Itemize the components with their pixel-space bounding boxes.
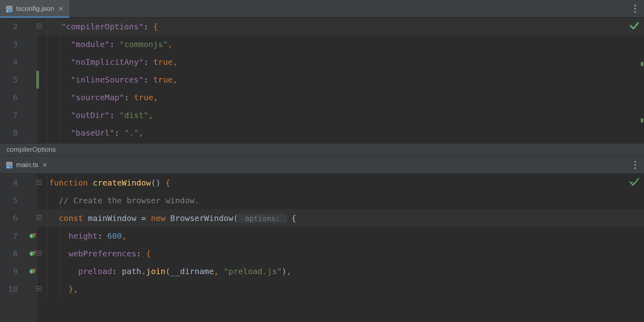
code-content[interactable]: "sourceMap": true, [37, 93, 158, 102]
code-content[interactable]: preload: path.join(__dirname, "preload.j… [37, 266, 291, 276]
vcs-change-stripe[interactable] [36, 71, 39, 89]
svg-point-13 [634, 167, 636, 169]
editor-top-pane[interactable]: 2"compilerOptions": {3 "module": "common… [0, 18, 644, 143]
code-content[interactable]: "module": "commonjs", [37, 39, 173, 49]
svg-text:I: I [31, 252, 32, 256]
editor-bottom-pane[interactable]: 4function createWindow() {5 // Create th… [0, 174, 644, 322]
code-line[interactable]: 3 "module": "commonjs", [0, 35, 644, 53]
svg-text:{}: {} [6, 10, 8, 12]
code-content[interactable]: "noImplicitAny": true, [37, 57, 178, 67]
code-content[interactable]: "outDir": "dist", [37, 110, 153, 120]
line-number: 5 [0, 75, 20, 85]
fold-toggle-icon[interactable] [36, 24, 42, 29]
line-number: 2 [0, 22, 20, 31]
close-icon[interactable]: ✕ [42, 161, 47, 169]
close-icon[interactable]: ✕ [58, 5, 64, 12]
inspection-ok-outline-icon[interactable] [629, 176, 640, 190]
code-line[interactable]: 7 "outDir": "dist", [0, 106, 644, 124]
code-line[interactable]: 2"compilerOptions": { [0, 18, 644, 35]
ts-file-icon: TS [6, 161, 13, 169]
line-number: 4 [0, 178, 20, 188]
tab-filename: tsconfig.json [16, 5, 54, 13]
implements-icon[interactable]: I [29, 232, 37, 240]
code-line[interactable]: 10 }, [0, 280, 644, 298]
code-line[interactable]: 5 "inlineSources": true, [0, 71, 644, 89]
svg-point-11 [634, 161, 636, 163]
tabbar-top: {} tsconfig.json ✕ [0, 0, 644, 18]
fold-end-icon[interactable] [36, 286, 42, 292]
svg-point-4 [634, 8, 636, 10]
code-content[interactable]: "compilerOptions": { [37, 22, 158, 31]
code-content[interactable]: height: 600, [37, 231, 127, 241]
code-line[interactable]: 5 // Create the browser window. [0, 192, 644, 209]
tab-main-ts[interactable]: TS main.ts ✕ [0, 156, 53, 173]
svg-text:I: I [31, 270, 32, 274]
code-line[interactable]: 4function createWindow() { [0, 174, 644, 192]
code-line[interactable]: 8I webPreferences: { [0, 245, 644, 262]
svg-point-3 [634, 5, 636, 6]
tab-tsconfig[interactable]: {} tsconfig.json ✕ [0, 0, 69, 17]
tab-filename: main.ts [16, 161, 38, 169]
inspection-ok-icon[interactable] [629, 20, 640, 33]
code-line[interactable]: 6 const mainWindow = new BrowserWindow( … [0, 209, 644, 227]
code-line[interactable]: 9I preload: path.join(__dirname, "preloa… [0, 262, 644, 280]
breadcrumb-item[interactable]: compilerOptions [6, 146, 56, 154]
code-content[interactable]: }, [37, 284, 78, 294]
gutter-markers: I [20, 232, 37, 240]
code-content[interactable]: // Create the browser window. [37, 196, 199, 205]
tab-more-button[interactable] [626, 0, 644, 17]
fold-toggle-icon[interactable] [36, 180, 42, 186]
line-number: 8 [0, 128, 20, 138]
line-number: 4 [0, 57, 20, 67]
line-number: 5 [0, 196, 20, 205]
code-content[interactable]: "inlineSources": true, [37, 75, 178, 85]
code-content[interactable]: "baseUrl": ".", [37, 128, 144, 138]
code-line[interactable]: 7I height: 600, [0, 227, 644, 245]
gutter-markers: I [20, 267, 37, 275]
line-number: 7 [0, 231, 20, 241]
code-content[interactable]: const mainWindow = new BrowserWindow( op… [37, 213, 296, 223]
breadcrumb-bar[interactable]: compilerOptions [0, 143, 644, 156]
line-number: 6 [0, 213, 20, 223]
line-number: 7 [0, 110, 20, 120]
svg-text:I: I [31, 234, 32, 238]
fold-toggle-icon[interactable] [36, 215, 42, 221]
code-line[interactable]: 6 "sourceMap": true, [0, 89, 644, 106]
code-content[interactable]: function createWindow() { [37, 178, 170, 188]
svg-point-12 [634, 164, 636, 166]
fold-toggle-icon[interactable] [36, 251, 42, 256]
svg-text:TS: TS [7, 166, 10, 168]
line-number: 9 [0, 266, 20, 276]
svg-point-5 [634, 11, 636, 13]
implements-icon[interactable]: I [29, 267, 37, 275]
code-line[interactable]: 4 "noImplicitAny": true, [0, 53, 644, 71]
line-number: 10 [0, 284, 20, 294]
line-number: 6 [0, 93, 20, 102]
gutter-markers: I [20, 250, 37, 258]
code-content[interactable]: webPreferences: { [37, 249, 151, 258]
line-number: 8 [0, 249, 20, 258]
tabbar-bottom: TS main.ts ✕ [0, 156, 644, 174]
json-file-icon: {} [6, 5, 13, 12]
implements-icon[interactable]: I [29, 250, 37, 258]
code-line[interactable]: 8 "baseUrl": ".", [0, 124, 644, 142]
line-number: 3 [0, 39, 20, 49]
tab-more-button[interactable] [626, 156, 644, 173]
